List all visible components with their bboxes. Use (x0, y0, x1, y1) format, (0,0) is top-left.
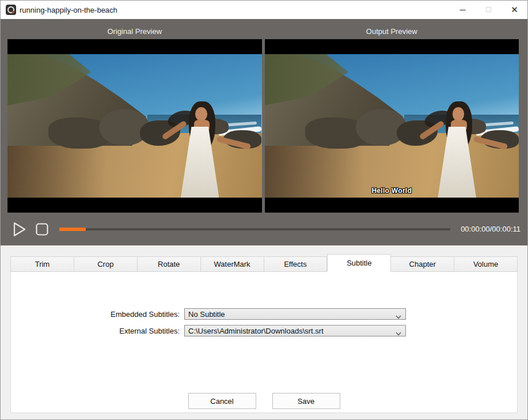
stop-icon[interactable] (35, 222, 49, 236)
time-display: 00:00:00/00:00:11 (461, 225, 521, 233)
settings-section: Trim Crop Rotate WaterMark Effects Subti… (1, 245, 527, 419)
tab-trim[interactable]: Trim (10, 256, 74, 272)
tab-subtitle[interactable]: Subtitle (327, 254, 391, 272)
beach-scene (265, 54, 519, 198)
woman-figure (170, 101, 237, 198)
window-controls: ─ ☐ ✕ (450, 1, 527, 19)
chevron-down-icon (396, 329, 401, 338)
tab-chapter[interactable]: Chapter (391, 256, 454, 272)
preview-labels: Original Preview Output Preview (1, 19, 527, 36)
output-preview-label: Output Preview (265, 27, 519, 36)
embedded-subtitles-select[interactable]: No Subtitle (184, 308, 406, 320)
tab-crop[interactable]: Crop (74, 256, 138, 272)
video-previews: Hello World (1, 36, 527, 213)
embedded-subtitles-row: Embedded Subtitles: No Subtitle (11, 308, 517, 320)
save-button[interactable]: Save (272, 393, 340, 409)
tab-rotate[interactable]: Rotate (138, 256, 201, 272)
preview-area: Original Preview Output Preview (1, 19, 527, 245)
cancel-button[interactable]: Cancel (188, 393, 256, 409)
action-buttons: Cancel Save (11, 393, 517, 409)
subtitle-form: Embedded Subtitles: No Subtitle External… (11, 272, 517, 336)
maximize-button[interactable]: ☐ (476, 1, 502, 19)
seek-bar-fill (59, 228, 86, 231)
beach-scene (7, 54, 262, 198)
external-subtitles-select[interactable]: C:\Users\Administrator\Downloads\srt.srt (184, 325, 406, 336)
embedded-subtitles-value: No Subtitle (188, 310, 225, 319)
chevron-down-icon (396, 312, 401, 321)
embedded-subtitles-label: Embedded Subtitles: (11, 310, 184, 319)
close-button[interactable]: ✕ (502, 1, 527, 19)
original-preview-video (7, 39, 262, 213)
app-icon (6, 5, 16, 15)
app-window: running-happily-on-the-beach ─ ☐ ✕ Origi… (0, 0, 528, 420)
title-bar: running-happily-on-the-beach ─ ☐ ✕ (1, 1, 527, 19)
window-title: running-happily-on-the-beach (20, 6, 117, 14)
output-preview-video: Hello World (265, 39, 519, 213)
player-controls: 00:00:00/00:00:11 (1, 213, 527, 245)
play-icon[interactable] (12, 221, 27, 237)
tab-watermark[interactable]: WaterMark (201, 256, 264, 272)
subtitle-overlay-text: Hello World (265, 187, 519, 195)
external-subtitles-value: C:\Users\Administrator\Downloads\srt.srt (188, 327, 324, 335)
woman-figure (427, 101, 493, 198)
minimize-button[interactable]: ─ (450, 1, 476, 19)
seek-bar[interactable] (59, 228, 450, 230)
original-preview-label: Original Preview (7, 27, 262, 36)
external-subtitles-label: External Subtitles: (11, 327, 184, 335)
tab-bar: Trim Crop Rotate WaterMark Effects Subti… (10, 253, 518, 271)
external-subtitles-row: External Subtitles: C:\Users\Administrat… (11, 325, 517, 336)
tab-volume[interactable]: Volume (454, 256, 518, 272)
tab-effects[interactable]: Effects (264, 256, 328, 272)
subtitle-panel: Embedded Subtitles: No Subtitle External… (10, 271, 518, 413)
